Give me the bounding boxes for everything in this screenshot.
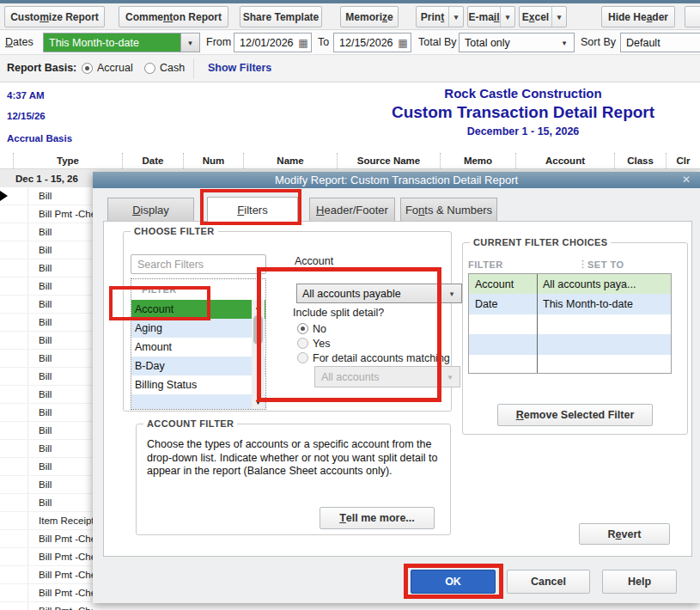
column-divider-icon: ⋮ (578, 259, 588, 270)
tab-display[interactable]: Display (107, 198, 194, 221)
table-row[interactable]: Bill (0, 476, 93, 494)
ok-button[interactable]: OK (411, 570, 496, 594)
total-by-select[interactable]: Total only ▾ (459, 33, 575, 52)
table-row[interactable]: Bill Pmt -Chec (0, 530, 93, 548)
filter-choice-row[interactable]: AccountAll accounts paya... (469, 274, 671, 294)
filter-item-account[interactable]: Account (131, 300, 265, 319)
table-row[interactable]: Bill Pmt -Chec (0, 566, 93, 584)
table-row[interactable]: Bill (0, 259, 93, 278)
toolbar-button[interactable]: Comment on Report (119, 6, 228, 27)
table-row[interactable]: Bill (0, 386, 93, 404)
table-row[interactable]: Bill (0, 440, 93, 458)
dialog-title-bar[interactable]: Modify Report: Custom Transaction Detail… (93, 172, 700, 188)
filter-list[interactable]: FILTER AccountAgingAmountB-DayBilling St… (131, 278, 266, 410)
tab-header-footer[interactable]: Header/Footer (309, 198, 395, 221)
tab-filters[interactable]: Filters (207, 197, 298, 222)
calendar-icon[interactable]: ▦ (295, 37, 311, 49)
table-row[interactable]: Bill (0, 241, 93, 259)
scroll-up-icon[interactable]: ▲ (252, 300, 265, 314)
chevron-down-icon[interactable]: ▾ (555, 34, 574, 52)
column-header-clr[interactable]: Clr (666, 153, 700, 168)
column-header-source-name[interactable]: Source Name (337, 153, 440, 168)
from-date-input[interactable]: 12/01/2026 ▦ (234, 33, 312, 52)
search-filters-input[interactable]: Search Filters (131, 254, 266, 274)
table-row[interactable]: Bill Pmt -Chec (0, 602, 93, 610)
toolbar-button[interactable]: Print▾ (416, 6, 464, 27)
company-name: Rock Castle Construction (275, 86, 700, 101)
revert-button[interactable]: Revert (579, 523, 670, 545)
tell-me-more-button[interactable]: Tell me more... (320, 507, 435, 529)
show-filters-link[interactable]: Show Filters (208, 62, 271, 74)
radio-icon[interactable] (297, 352, 308, 363)
filter-item-billing-status[interactable]: Billing Status (131, 375, 265, 394)
toolbar-button[interactable]: Customize Report (4, 6, 105, 27)
radio-icon[interactable] (297, 323, 308, 334)
toolbar-button[interactable]: Share Template (240, 6, 322, 27)
table-row[interactable]: Bill Pmt -Chec (0, 205, 93, 223)
radio-icon[interactable] (144, 63, 155, 74)
scroll-down-icon[interactable]: ▼ (252, 395, 265, 409)
cancel-button[interactable]: Cancel (507, 570, 590, 594)
table-row[interactable]: Bill (0, 368, 93, 386)
row-pointer-icon (0, 191, 8, 201)
chevron-down-icon[interactable]: ▾ (500, 7, 514, 27)
table-row[interactable]: Bill (0, 296, 93, 314)
table-row[interactable]: Bill Pmt -Chec (0, 584, 93, 602)
split-option-yes[interactable]: Yes (297, 336, 450, 351)
radio-icon[interactable] (297, 338, 308, 349)
chevron-down-icon[interactable]: ▾ (180, 34, 199, 52)
table-row[interactable]: Bill (0, 404, 93, 422)
table-row[interactable]: Bill (0, 223, 93, 241)
toolbar-button[interactable]: Re (685, 6, 700, 27)
column-header-name[interactable]: Name (243, 153, 337, 168)
remove-selected-filter-button[interactable]: Remove Selected Filter (497, 404, 653, 426)
table-row[interactable]: Bill (0, 314, 93, 332)
table-row[interactable]: Item Receipt (0, 512, 93, 530)
set-to-column-header: SET TO (587, 259, 624, 270)
toolbar-button[interactable]: Memorize (340, 6, 399, 27)
choice-set-to-cell (537, 314, 671, 334)
to-date-input[interactable]: 12/15/2026 ▦ (333, 33, 411, 52)
table-row[interactable]: Bill (0, 187, 93, 205)
toolbar-button-label: Excel (520, 7, 551, 27)
sort-by-select[interactable]: Default (620, 33, 700, 52)
close-icon[interactable]: ✕ (679, 173, 693, 186)
table-row[interactable]: Bill (0, 350, 93, 368)
split-option-for-detail-accounts-matching[interactable]: For detail accounts matching (297, 351, 450, 365)
help-button[interactable]: Help (602, 570, 677, 594)
table-row[interactable]: Bill (0, 278, 93, 296)
filter-item-b-day[interactable]: B-Day (131, 357, 265, 375)
table-row[interactable]: Bill (0, 494, 93, 512)
basis-option-accrual[interactable]: Accrual (82, 62, 133, 74)
filter-item-amount[interactable]: Amount (131, 338, 265, 357)
column-header-num[interactable]: Num (183, 153, 243, 168)
filter-item-aging[interactable]: Aging (131, 319, 265, 338)
chevron-down-icon[interactable]: ▾ (442, 290, 461, 298)
table-row[interactable]: Bill Pmt -Chec (0, 548, 93, 566)
split-option-no[interactable]: No (297, 321, 450, 336)
filter-choice-row[interactable]: DateThis Month-to-date (469, 294, 671, 314)
choice-filter-cell: Account (469, 274, 537, 294)
calendar-icon[interactable]: ▦ (395, 37, 411, 49)
column-header-account[interactable]: Account (515, 153, 614, 168)
dates-select[interactable]: This Month-to-date ▾ (43, 33, 200, 52)
radio-icon[interactable] (82, 63, 93, 74)
toolbar-button[interactable]: E-mail▾ (467, 6, 515, 27)
chevron-down-icon[interactable]: ▾ (551, 7, 566, 27)
table-row[interactable]: Bill (0, 458, 93, 476)
column-header-memo[interactable]: Memo (440, 153, 515, 168)
filter-choices-table[interactable]: AccountAll accounts paya...DateThis Mont… (468, 273, 672, 374)
scrollbar-thumb[interactable] (253, 315, 263, 345)
table-row[interactable]: Bill (0, 422, 93, 440)
chevron-down-icon[interactable]: ▾ (448, 7, 463, 27)
tab-fonts-numbers[interactable]: Fonts & Numbers (400, 198, 497, 221)
filter-list-scrollbar[interactable]: ▲ ▼ (252, 300, 265, 409)
column-header-type[interactable]: Type (13, 153, 122, 168)
basis-option-cash[interactable]: Cash (144, 62, 185, 74)
toolbar-button[interactable]: Hide Header (601, 6, 675, 27)
column-header-class[interactable]: Class (614, 153, 666, 168)
account-type-select[interactable]: All accounts payable ▾ (296, 284, 462, 303)
column-header-date[interactable]: Date (122, 153, 183, 168)
table-row[interactable]: Bill (0, 332, 93, 350)
toolbar-button[interactable]: Excel▾ (519, 6, 567, 27)
